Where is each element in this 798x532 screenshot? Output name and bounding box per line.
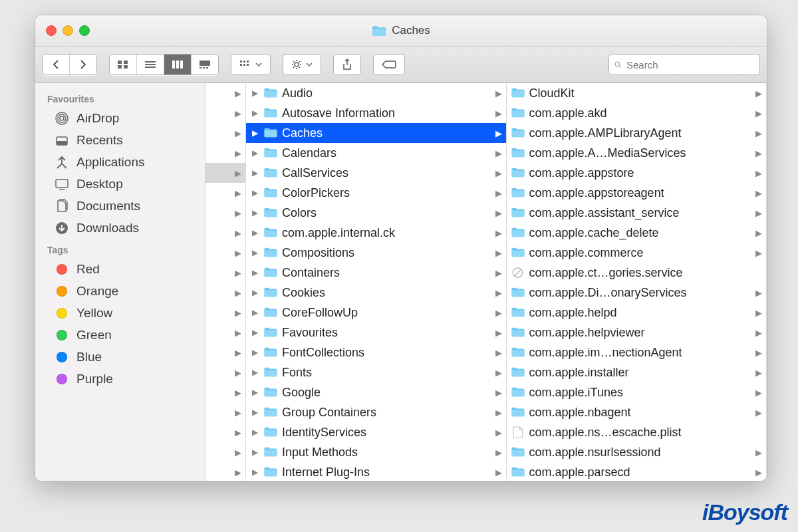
list-item[interactable]: com.apple.Di…onaryServices▶ [507,283,767,303]
list-item[interactable]: ▶Calendars▶ [246,143,506,163]
view-list-button[interactable] [137,55,164,74]
column-0-row[interactable]: ▶ [205,382,245,402]
sidebar-item-green[interactable]: Green [39,325,201,346]
list-item[interactable]: com.apple.helpd▶ [507,303,767,323]
list-item[interactable]: ▶Input Methods▶ [246,442,506,462]
view-column-button[interactable] [164,55,192,74]
column-0-row[interactable]: ▶ [205,303,245,323]
chevron-right-icon: ▶ [494,88,502,98]
sidebar-item-downloads[interactable]: Downloads [39,217,201,239]
svg-rect-3 [124,61,128,64]
item-label: Google [282,386,490,400]
column-0-row[interactable]: ▶ [205,362,245,382]
list-item[interactable]: ▶Internet Plug-Ins▶ [246,462,506,481]
sidebar-item-airdrop[interactable]: AirDrop [39,108,201,129]
sidebar-item-red[interactable]: Red [39,259,201,280]
list-item[interactable]: ▶com.apple.internal.ck▶ [246,223,506,243]
list-item[interactable]: com.apple.cache_delete▶ [507,223,767,243]
folder-icon [263,406,278,418]
item-label: com.apple.internal.ck [282,226,490,240]
minimize-button[interactable] [63,25,73,36]
sidebar-item-recents[interactable]: Recents [39,130,201,151]
svg-rect-2 [118,61,122,64]
list-item[interactable]: ▶Google▶ [246,382,506,402]
column-0-row[interactable]: ▶ [205,143,245,163]
search-field[interactable] [608,54,760,75]
list-item[interactable]: com.apple.im…nectionAgent▶ [507,342,767,362]
list-item[interactable]: ▶Favourites▶ [246,323,506,342]
view-gallery-button[interactable] [192,55,218,74]
zoom-button[interactable] [79,25,90,36]
list-item[interactable]: com.apple.akd▶ [507,103,767,123]
sidebar-item-documents[interactable]: Documents [39,196,201,217]
column-0-row[interactable]: ▶ [205,183,245,203]
column-0-row[interactable]: ▶ [205,243,245,263]
column-0-row[interactable]: ▶ [205,442,245,462]
column-0-row[interactable]: ▶ [205,422,245,442]
list-item[interactable]: com.apple.iTunes▶ [507,382,767,402]
folder-icon [511,466,525,478]
list-item[interactable]: com.apple.appstoreagent▶ [507,183,767,203]
list-item[interactable]: com.apple.nbagent▶ [507,402,767,422]
column-0-row[interactable]: ▶ [205,203,245,223]
view-icon-button[interactable] [110,55,137,74]
list-item[interactable]: ▶IdentityServices▶ [246,422,506,442]
column-0-row[interactable]: ▶ [205,123,245,143]
list-item[interactable]: ▶Cookies▶ [246,283,506,303]
list-item[interactable]: com.apple.commerce▶ [507,243,767,263]
sidebar-item-desktop[interactable]: Desktop [39,174,201,195]
back-button[interactable] [43,55,70,74]
column-0-row[interactable]: ▶ [205,223,245,243]
list-item[interactable]: ▶CallServices▶ [246,163,506,183]
list-item[interactable]: com.apple.ct…gories.service [507,263,767,283]
list-item[interactable]: ▶Compositions▶ [246,243,506,263]
list-item[interactable]: ▶CoreFollowUp▶ [246,303,506,323]
folder-icon [511,147,525,159]
list-item[interactable]: ▶FontCollections▶ [246,342,506,362]
sidebar-item-yellow[interactable]: Yellow [39,303,201,324]
chevron-right-icon: ▶ [494,188,502,198]
sidebar-item-purple[interactable]: Purple [39,368,201,390]
tags-button[interactable] [373,54,405,75]
sidebar-item-applications[interactable]: Applications [39,152,201,173]
list-item[interactable]: com.apple.parsecd▶ [507,462,767,481]
list-item[interactable]: ▶Autosave Information▶ [246,103,506,123]
search-input[interactable] [625,59,754,71]
column-0-row[interactable]: ▶ [205,342,245,362]
list-item[interactable]: ▶ColorPickers▶ [246,183,506,203]
forward-button[interactable] [70,55,96,74]
list-item[interactable]: ▶Caches▶ [246,123,506,143]
column-0-row[interactable]: ▶ [205,462,245,481]
list-item[interactable]: ▶Colors▶ [246,203,506,223]
column-0-row[interactable]: ▶ [205,163,245,183]
sidebar-item-blue[interactable]: Blue [39,346,201,368]
chevron-right-icon: ▶ [250,348,259,357]
list-item[interactable]: ▶Group Containers▶ [246,402,506,422]
list-item[interactable]: com.apple.ns…escache.plist [507,422,767,442]
group-by-button[interactable] [231,54,271,75]
column-0-row[interactable]: ▶ [205,263,245,283]
column-0-row[interactable]: ▶ [205,103,245,123]
share-button[interactable] [333,54,361,75]
list-item[interactable]: com.apple.appstore▶ [507,163,767,183]
list-item[interactable]: com.apple.assistant_service▶ [507,203,767,223]
list-item[interactable]: ▶Containers▶ [246,263,506,283]
column-2: CloudKit▶com.apple.akd▶com.apple.AMPLibr… [507,83,767,481]
column-0-row[interactable]: ▶ [205,402,245,422]
column-0-row[interactable]: ▶ [205,283,245,303]
tag-icon [54,305,70,321]
column-0-row[interactable]: ▶ [205,83,245,103]
list-item[interactable]: CloudKit▶ [507,83,767,103]
list-item[interactable]: ▶Fonts▶ [246,362,506,382]
list-item[interactable]: com.apple.nsurlsessiond▶ [507,442,767,462]
sidebar-item-orange[interactable]: Orange [39,281,201,302]
list-item[interactable]: com.apple.A…MediaServices▶ [507,143,767,163]
list-item[interactable]: com.apple.AMPLibraryAgent▶ [507,123,767,143]
list-item[interactable]: com.apple.helpviewer▶ [507,323,767,342]
close-button[interactable] [46,25,57,36]
window-title-text: Caches [392,24,430,37]
column-0-row[interactable]: ▶ [205,323,245,342]
list-item[interactable]: ▶Audio▶ [246,83,506,103]
list-item[interactable]: com.apple.installer▶ [507,362,767,382]
action-menu-button[interactable] [283,54,321,75]
